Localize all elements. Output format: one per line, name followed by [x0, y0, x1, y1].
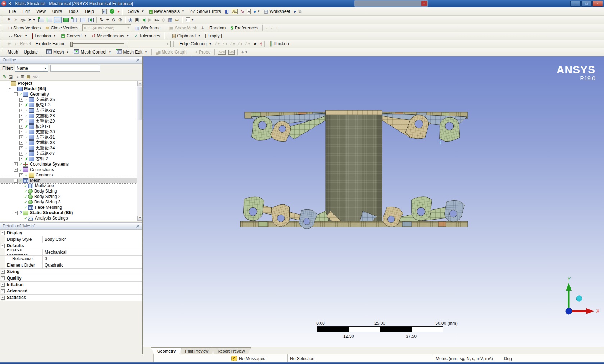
menu-units[interactable]: Units: [49, 8, 65, 15]
rotate-icon[interactable]: ↻: [99, 17, 105, 23]
expand-icon[interactable]: +: [1, 270, 5, 274]
menu-edit[interactable]: Edit: [19, 8, 33, 15]
tree-item-板轮1-1[interactable]: +✗板轮1-1: [0, 124, 142, 129]
tree-item-multizone[interactable]: ✓MultiZone: [0, 183, 142, 189]
collapse-icon[interactable]: −: [14, 168, 18, 172]
tree-item-project[interactable]: Project: [0, 81, 142, 86]
tree-item-static-structural-b5[interactable]: −?Static Structural (B5): [0, 210, 142, 216]
details-group-quality[interactable]: +Quality: [0, 275, 142, 282]
expand-all-icon[interactable]: ⊞: [21, 74, 24, 79]
scrollbar-thumb[interactable]: [138, 87, 142, 120]
command-prompt-icon[interactable]: ▸_: [101, 8, 108, 15]
tree-item-支重轮-33[interactable]: +✓支重轮-33: [0, 140, 142, 146]
tree-item-analysis-settings[interactable]: ✓Analysis Settings: [0, 216, 142, 221]
status-messages[interactable]: 0 No Messages: [229, 354, 288, 363]
tree-item-mesh[interactable]: −✓Mesh: [0, 178, 142, 183]
tree-item-geometry[interactable]: −✓Geometry: [0, 92, 142, 97]
tree-scrollbar[interactable]: ▲ ▼: [137, 81, 142, 221]
mesh-button[interactable]: Mesh▼: [44, 49, 71, 56]
expand-icon[interactable]: +: [19, 157, 23, 161]
menu-file[interactable]: File: [6, 8, 19, 15]
wireframe-button[interactable]: ◫Wireframe: [133, 25, 163, 31]
checkbox[interactable]: [7, 257, 11, 261]
box-zoom-icon[interactable]: ▣: [134, 17, 140, 23]
expand-icon[interactable]: +: [19, 103, 23, 107]
pin-icon[interactable]: [136, 224, 140, 228]
fit-icon[interactable]: ◎: [127, 17, 133, 23]
tree-item-支重轮-34[interactable]: +✓支重轮-34: [0, 146, 142, 151]
update-button[interactable]: Update: [20, 49, 40, 55]
scroll-up-icon[interactable]: ▲: [137, 81, 142, 86]
tree-item-板轮1-3[interactable]: +✗板轮1-3: [0, 102, 142, 108]
iso-view-icon[interactable]: ISO: [153, 17, 160, 23]
tree-item-支重轮-32[interactable]: +✓支重轮-32: [0, 108, 142, 113]
viewports-icon[interactable]: ▢▼: [185, 17, 195, 23]
expand-icon[interactable]: +: [1, 289, 5, 293]
mesh-model[interactable]: [143, 56, 604, 347]
tab-geometry[interactable]: Geometry: [151, 347, 182, 354]
annotation-abc-icon[interactable]: Abc: [231, 8, 239, 15]
collapse-icon[interactable]: −: [1, 244, 5, 248]
details-group-defaults[interactable]: −Defaults: [0, 243, 142, 249]
details-group-sizing[interactable]: +Sizing: [0, 269, 142, 275]
beam-probe-icon[interactable]: ⅄: [200, 25, 205, 31]
status-units[interactable]: Metric (mm, kg, N, s, mV, mA) Deg: [433, 354, 604, 363]
expand-icon[interactable]: +: [19, 114, 23, 118]
select-edge-icon[interactable]: [46, 17, 53, 23]
eraser-icon[interactable]: ◪: [9, 74, 13, 79]
refresh-icon[interactable]: ↻: [3, 74, 6, 79]
filter-combo[interactable]: Name ▼: [15, 65, 48, 72]
collapse-icon[interactable]: −: [1, 231, 5, 235]
edge-direction-flip-icon[interactable]: ➤: [252, 41, 258, 47]
tree-item-支重轮-29[interactable]: +✓支重轮-29: [0, 119, 142, 124]
expand-icon[interactable]: +: [19, 146, 23, 150]
select-node-icon[interactable]: [71, 17, 78, 23]
select-vertex-icon[interactable]: [37, 17, 45, 23]
random-button[interactable]: Random: [206, 25, 228, 31]
folder-icon[interactable]: ▤: [27, 74, 31, 79]
details-group-inflation[interactable]: +Inflation: [0, 282, 142, 288]
close-button[interactable]: ×: [592, 1, 603, 7]
tree-item-支重轮-28[interactable]: +✓支重轮-28: [0, 113, 142, 119]
graphics-viewport[interactable]: ANSYS R19.0 0.00 25.00 50.00 (mm) 12.50 …: [143, 56, 604, 347]
select-body-icon[interactable]: [62, 17, 70, 23]
tree-item-芯轴-2[interactable]: +✗芯轴-2: [0, 156, 142, 162]
select-element-face-icon[interactable]: [79, 17, 86, 23]
expand-icon[interactable]: +: [19, 141, 23, 145]
tree-item-model-b4[interactable]: −Model (B4): [0, 86, 142, 92]
tree-item-body-sizing-2[interactable]: ✓Body Sizing 2: [0, 194, 142, 199]
location-button[interactable]: Location▼: [30, 33, 58, 39]
mesh-control-button[interactable]: Mesh Control▼: [72, 49, 113, 56]
label-tag-icon[interactable]: ⚑: [6, 17, 12, 23]
tab-report-preview[interactable]: Report Preview: [212, 347, 251, 354]
menu-view[interactable]: View: [33, 8, 49, 15]
expand-icon[interactable]: +: [14, 162, 18, 166]
tree-item-face-meshing[interactable]: ✓Face Meshing: [0, 205, 142, 210]
ruler-icon[interactable]: ▭: [174, 17, 180, 23]
close-vertices-button[interactable]: ⊠Close Vertices: [44, 25, 81, 31]
zoom-in-icon[interactable]: ⊕: [117, 17, 123, 23]
tree-item-connections[interactable]: −✓Connections: [0, 167, 142, 172]
collapse-icon[interactable]: −: [14, 211, 18, 215]
preferences-button[interactable]: ✓Preferences: [228, 24, 260, 31]
expand-icon[interactable]: +: [19, 152, 23, 156]
coordinates-xyz-icon[interactable]: x,y,z: [19, 17, 26, 23]
tree-item-支重轮-27[interactable]: +✓支重轮-27: [0, 151, 142, 156]
expand-icon[interactable]: +: [19, 125, 23, 129]
minimize-button[interactable]: –: [570, 1, 581, 7]
show-vertices-button[interactable]: ⊡Show Vertices: [6, 25, 43, 31]
triad-axes[interactable]: Y X: [553, 276, 600, 316]
expand-icon[interactable]: +: [19, 135, 23, 139]
expand-icon[interactable]: +: [19, 109, 23, 112]
previous-view-icon[interactable]: ◀: [141, 17, 146, 23]
tree-item-支重轮-31[interactable]: +✓支重轮-31: [0, 135, 142, 140]
new-analysis-button[interactable]: ≡New Analysis▼: [147, 8, 187, 15]
expand-icon[interactable]: +: [19, 173, 23, 177]
miscellaneous-button[interactable]: ↺Miscellaneous▼: [90, 33, 131, 39]
overlay-close-icon[interactable]: ×: [421, 1, 427, 6]
solve-button[interactable]: Solve▼: [124, 8, 146, 15]
info-cursor-icon[interactable]: i▸: [293, 8, 297, 15]
sort-az-icon[interactable]: A↓Z: [33, 74, 37, 79]
collapse-icon[interactable]: −: [14, 92, 18, 96]
expand-icon[interactable]: +: [1, 276, 5, 280]
